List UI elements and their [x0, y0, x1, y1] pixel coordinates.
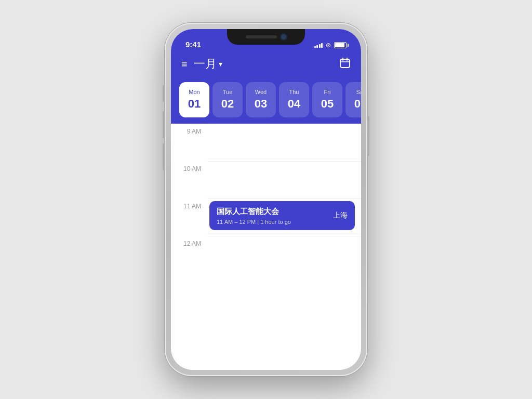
- time-content-11am: 国际人工智能大会 11 AM – 12 PM | 1 hour to go 上海: [207, 198, 361, 236]
- date-day-label: Wed: [255, 89, 267, 95]
- date-item-sat06[interactable]: Sat 06: [345, 82, 361, 117]
- status-time: 9:41: [185, 40, 201, 49]
- event-details: 11 AM – 12 PM | 1 hour to go: [217, 219, 291, 225]
- date-day-label: Thu: [289, 89, 299, 95]
- date-strip: Mon 01 Tue 02 Wed 03 Thu 04: [171, 78, 361, 124]
- phone-screen: 9:41 ⊛: [171, 29, 361, 370]
- svg-rect-0: [340, 59, 350, 68]
- event-info: 国际人工智能大会 11 AM – 12 PM | 1 hour to go: [217, 207, 291, 225]
- app-header: ≡ 一月 ▾: [171, 52, 361, 78]
- event-location: 上海: [333, 211, 348, 220]
- month-title[interactable]: 一月 ▾: [194, 56, 222, 72]
- date-item-thu04[interactable]: Thu 04: [279, 82, 309, 117]
- time-row-11am: 11 AM 国际人工智能大会 11 AM – 12 PM | 1 hour to…: [171, 198, 361, 236]
- time-label-11am: 11 AM: [171, 198, 207, 210]
- signal-bar-4: [321, 43, 323, 48]
- battery-icon: [334, 42, 347, 48]
- volume-up-button[interactable]: [163, 111, 165, 138]
- calendar-icon[interactable]: [339, 57, 351, 71]
- date-item-tue02[interactable]: Tue 02: [212, 82, 243, 117]
- signal-bar-1: [314, 46, 316, 48]
- date-num-label: 05: [321, 97, 334, 111]
- date-day-label: Mon: [189, 89, 200, 95]
- event-card[interactable]: 国际人工智能大会 11 AM – 12 PM | 1 hour to go 上海: [209, 201, 355, 230]
- wifi-icon: ⊛: [326, 42, 331, 49]
- header-left: ≡ 一月 ▾: [181, 56, 222, 72]
- menu-icon[interactable]: ≡: [181, 59, 188, 69]
- notch: [227, 29, 305, 45]
- battery-fill: [335, 43, 344, 47]
- signal-icon: [314, 43, 323, 48]
- timeline-area: 9 AM 10 AM 11 AM 国际人工智能大会: [171, 124, 361, 370]
- volume-down-button[interactable]: [163, 143, 165, 170]
- time-content-10am: [207, 161, 361, 198]
- event-title: 国际人工智能大会: [217, 207, 291, 217]
- speaker: [246, 35, 277, 38]
- time-row-9am: 9 AM: [171, 124, 361, 161]
- status-icons: ⊛: [314, 42, 347, 49]
- app-content: 9:41 ⊛: [171, 29, 361, 370]
- month-label: 一月: [194, 56, 217, 72]
- time-content-9am: [207, 124, 361, 161]
- time-label-9am: 9 AM: [171, 124, 207, 135]
- front-camera: [281, 34, 286, 39]
- date-num-label: 01: [188, 97, 201, 111]
- phone-body: 9:41 ⊛: [165, 23, 367, 376]
- date-day-label: Tue: [223, 89, 233, 95]
- volume-mute-button[interactable]: [163, 85, 165, 102]
- event-time-range: 11 AM – 12 PM |: [217, 219, 259, 225]
- date-item-wed03[interactable]: Wed 03: [246, 82, 276, 117]
- date-item-fri05[interactable]: Fri 05: [312, 82, 342, 117]
- time-row-12am: 12 AM: [171, 236, 361, 273]
- signal-bar-3: [319, 44, 321, 48]
- time-content-12am: [207, 236, 361, 273]
- signal-bar-2: [316, 45, 318, 48]
- phone-mockup: 9:41 ⊛: [165, 23, 367, 376]
- time-row-10am: 10 AM: [171, 161, 361, 198]
- month-dropdown-icon: ▾: [219, 60, 222, 68]
- date-day-label: Sat: [356, 89, 361, 95]
- date-item-mon01[interactable]: Mon 01: [179, 82, 209, 117]
- date-num-label: 02: [221, 97, 234, 111]
- date-day-label: Fri: [324, 89, 331, 95]
- date-num-label: 06: [354, 97, 361, 111]
- event-duration: 1 hour to go: [259, 219, 291, 225]
- power-button[interactable]: [367, 116, 369, 156]
- date-num-label: 03: [255, 97, 267, 111]
- date-num-label: 04: [288, 97, 300, 111]
- time-label-12am: 12 AM: [171, 236, 207, 247]
- time-label-10am: 10 AM: [171, 161, 207, 172]
